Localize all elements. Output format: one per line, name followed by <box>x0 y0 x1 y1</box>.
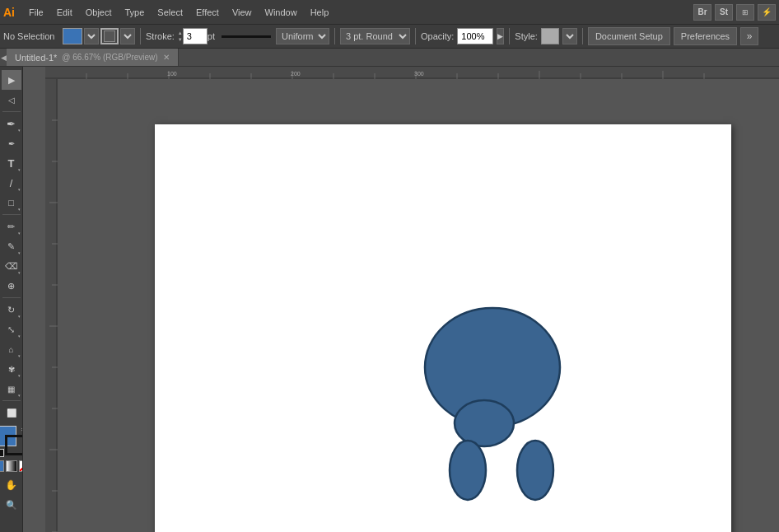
divider-3 <box>415 28 416 44</box>
style-select[interactable]: ▼ <box>562 28 577 44</box>
tab-close-btn[interactable]: ✕ <box>163 53 170 62</box>
menu-edit[interactable]: Edit <box>51 5 78 20</box>
style-swatch[interactable] <box>541 28 559 44</box>
stroke-unit: pt <box>208 31 215 41</box>
opacity-expand-btn[interactable]: ▶ <box>497 28 504 44</box>
add-anchor-tool[interactable]: ✒ <box>2 133 21 153</box>
blob-tool[interactable]: ⊕ <box>2 276 21 296</box>
menu-bar: Ai File Edit Object Type Select Effect V… <box>0 0 779 24</box>
character-leg-left[interactable] <box>450 441 486 500</box>
pen-tool[interactable]: ✒ ▾ <box>2 114 21 133</box>
rect-tool[interactable]: □ ▾ <box>2 193 21 212</box>
zoom-tool[interactable]: 🔍 <box>2 495 21 515</box>
direct-selection-tool[interactable]: ◁ <box>2 90 21 110</box>
menu-view[interactable]: View <box>226 5 258 20</box>
symbol-icon: ✾ <box>8 365 15 374</box>
default-colors-icon[interactable] <box>0 449 4 457</box>
stroke-line-preview: Uniform <box>218 28 329 44</box>
eraser-icon: ⌫ <box>5 261 18 272</box>
menu-select[interactable]: Select <box>152 5 189 20</box>
tool-pair-direct: ◁ <box>2 90 21 110</box>
column-graph-tool[interactable]: ▦ ▾ <box>2 379 21 399</box>
artboard-icon: ⬜ <box>7 408 16 418</box>
rotate-icon: ↻ <box>7 305 15 315</box>
rect-icon: □ <box>8 198 14 208</box>
gradient-btn[interactable] <box>6 460 17 472</box>
character-leg-right[interactable] <box>517 441 553 500</box>
workspace-icon[interactable]: ⊞ <box>736 4 754 21</box>
character-torso[interactable] <box>455 400 514 446</box>
graph-icon: ▦ <box>7 385 15 394</box>
stroke-swatch-main[interactable] <box>5 435 24 455</box>
toolbar: ▶ ◁ ✒ ▾ ✒ T ▾ / ▾ □ ▾ ✏ <box>0 67 23 532</box>
menu-object[interactable]: Object <box>80 5 118 20</box>
solid-color-btn[interactable] <box>0 460 4 472</box>
zoom-icon: 🔍 <box>6 500 17 511</box>
add-anchor-icon: ✒ <box>8 139 15 148</box>
tool-sep-1 <box>2 111 21 112</box>
selection-state-label: No Selection <box>3 31 61 41</box>
hand-icon: ✋ <box>5 479 17 491</box>
type-tool[interactable]: T ▾ <box>2 153 21 173</box>
panel-collapse-btn[interactable]: ◀ <box>0 49 7 66</box>
stroke-value-input[interactable]: 3 <box>183 28 208 44</box>
bridge-icon[interactable]: Br <box>693 4 711 21</box>
pencil-tool[interactable]: ✎ ▾ <box>2 236 21 256</box>
blob-icon: ⊕ <box>7 281 15 292</box>
stroke-color-dropdown[interactable]: ▼ <box>120 28 135 44</box>
svg-text:100: 100 <box>167 71 177 77</box>
paintbrush-tool[interactable]: ✏ ▾ <box>2 217 21 236</box>
symbol-tool[interactable]: ✾ ▾ <box>2 359 21 379</box>
stroke-label: Stroke: <box>146 31 175 41</box>
eraser-tool[interactable]: ⌫ ▾ <box>2 256 21 276</box>
scale-icon: ⤡ <box>7 324 15 335</box>
menu-window[interactable]: Window <box>259 5 303 20</box>
menu-effect[interactable]: Effect <box>190 5 225 20</box>
stock-icon[interactable]: St <box>715 4 733 21</box>
opacity-input[interactable] <box>457 28 493 44</box>
menu-type[interactable]: Type <box>119 5 151 20</box>
options-bar: No Selection ▼ ▼ Stroke: ▲ ▼ 3 pt Unifor… <box>0 24 779 49</box>
scale-tool[interactable]: ⤡ ▾ <box>2 320 21 339</box>
canvas-area[interactable]: 100 200 300 <box>23 67 779 532</box>
svg-text:300: 300 <box>414 71 424 77</box>
divider-1 <box>140 28 141 44</box>
arrange-icon-btn[interactable]: » <box>740 27 758 45</box>
direct-selection-icon: ◁ <box>8 96 15 105</box>
preferences-button[interactable]: Preferences <box>674 27 737 45</box>
tab-bar: ◀ Untitled-1* @ 66.67% (RGB/Preview) ✕ <box>0 49 779 67</box>
svg-rect-0 <box>45 67 779 79</box>
menu-help[interactable]: Help <box>305 5 335 20</box>
artboard-tool[interactable]: ⬜ <box>2 403 21 422</box>
app-logo: Ai <box>3 6 15 19</box>
warp-icon: ⌂ <box>8 345 13 354</box>
selection-tool[interactable]: ▶ <box>2 70 21 90</box>
tab-title: Untitled-1* <box>15 53 57 63</box>
line-icon: / <box>10 177 13 189</box>
fill-dropdown[interactable]: ▼ <box>84 28 99 44</box>
line-tool[interactable]: / ▾ <box>2 173 21 193</box>
type-icon: T <box>8 157 15 170</box>
search-icon[interactable]: ⚡ <box>758 4 776 21</box>
fill-stroke-switcher[interactable]: ⇄ <box>0 426 23 457</box>
artboard <box>155 124 731 532</box>
warp-tool[interactable]: ⌂ ▾ <box>2 339 21 359</box>
rotate-tool[interactable]: ↻ ▾ <box>2 300 21 320</box>
artwork-canvas[interactable] <box>155 124 731 532</box>
stroke-profile-select[interactable]: 3 pt. Round <box>340 28 410 44</box>
ruler-horizontal: 100 200 300 <box>45 67 779 79</box>
fill-color-swatch[interactable] <box>63 28 82 44</box>
tool-sep-3 <box>2 297 21 298</box>
hand-tool[interactable]: ✋ <box>2 475 21 495</box>
document-tab[interactable]: Untitled-1* @ 66.67% (RGB/Preview) ✕ <box>7 49 179 66</box>
opacity-label: Opacity: <box>421 31 454 41</box>
stroke-line-swatch <box>222 35 271 38</box>
color-area: ⇄ <box>0 426 23 472</box>
pencil-icon: ✎ <box>7 241 15 252</box>
stroke-type-select[interactable]: Uniform <box>276 28 329 44</box>
stroke-stepper[interactable]: ▲ ▼ 3 pt <box>178 28 215 44</box>
menu-file[interactable]: File <box>23 5 49 20</box>
document-setup-button[interactable]: Document Setup <box>588 27 670 45</box>
tool-sep-2 <box>2 214 21 215</box>
stroke-color-box[interactable] <box>100 28 119 44</box>
